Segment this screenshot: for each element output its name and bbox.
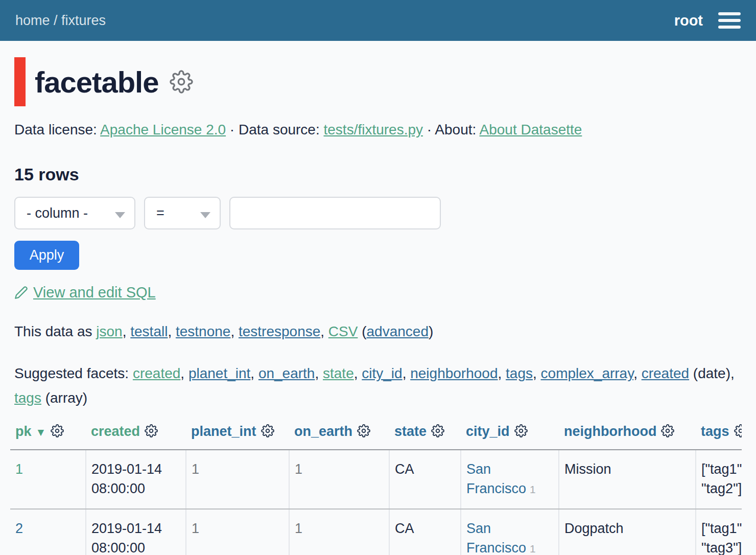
column-header-tags: tags	[696, 422, 742, 450]
facet-link-complex_array[interactable]: complex_array	[541, 365, 634, 381]
column-header-created: created	[86, 422, 186, 450]
facet-link-neighborhood[interactable]: neighborhood	[410, 365, 498, 381]
chevron-down-icon	[115, 212, 125, 218]
column-link-pk[interactable]: pk	[15, 424, 32, 439]
cell-on_earth: 1	[289, 509, 389, 555]
row-city-link[interactable]: San Francisco	[466, 521, 526, 555]
table-body: 12019-01-14 08:00:0011CASan Francisco1Mi…	[10, 450, 742, 555]
facet-link-city_id[interactable]: city_id	[362, 365, 402, 381]
column-header-on_earth: on_earth	[289, 422, 389, 450]
export-link-json[interactable]: json	[96, 323, 122, 339]
suggested-facets-line: Suggested facets: created, planet_int, o…	[14, 361, 742, 410]
on-earth-value: 1	[295, 521, 302, 536]
cell-planet_int: 1	[186, 509, 289, 555]
row-pk-link[interactable]: 1	[15, 461, 23, 477]
cell-city_id: San Francisco1	[461, 509, 559, 555]
column-link-on_earth[interactable]: on_earth	[294, 424, 352, 439]
column-gear-icon[interactable]	[357, 425, 370, 441]
about-label: About:	[435, 122, 476, 137]
cell-created: 2019-01-14 08:00:00	[86, 509, 186, 555]
column-header-planet_int: planet_int	[186, 422, 289, 450]
dot-separator: ·	[230, 122, 234, 137]
cell-tags: ["tag1", "tag3"]	[696, 509, 742, 555]
license-label: Data license:	[14, 122, 97, 137]
chevron-down-icon	[200, 212, 210, 218]
sort-descending-icon: ▼	[36, 426, 46, 438]
source-label: Data source:	[239, 122, 320, 137]
facet-link-created[interactable]: created	[642, 365, 689, 381]
user-menu-link[interactable]: root	[674, 12, 703, 29]
column-link-tags[interactable]: tags	[701, 424, 729, 439]
planet-int-value: 1	[192, 461, 199, 477]
pencil-icon	[14, 286, 28, 299]
export-link-testnone[interactable]: testnone	[176, 323, 230, 339]
column-gear-icon[interactable]	[661, 425, 674, 441]
column-gear-icon[interactable]	[145, 425, 158, 441]
filter-value-input[interactable]	[229, 197, 441, 229]
table-row: 12019-01-14 08:00:0011CASan Francisco1Mi…	[10, 450, 742, 509]
cell-neighborhood: Dogpatch	[559, 509, 696, 555]
export-link-advanced[interactable]: advanced	[367, 323, 429, 339]
column-link-city_id[interactable]: city_id	[466, 424, 510, 439]
breadcrumb-separator: /	[50, 13, 62, 28]
state-value: CA	[395, 461, 414, 477]
column-gear-icon[interactable]	[431, 425, 444, 441]
cell-on_earth: 1	[289, 450, 389, 509]
title-accent-bar	[14, 57, 26, 106]
column-gear-icon[interactable]	[51, 425, 64, 441]
cell-tags: ["tag1", "tag2"]	[696, 450, 742, 509]
breadcrumb: home / fixtures	[15, 13, 106, 29]
planet-int-value: 1	[192, 521, 199, 536]
column-gear-icon[interactable]	[514, 425, 528, 441]
row-city-link[interactable]: San Francisco	[466, 461, 526, 496]
data-table-wrapper: pk▼createdplanet_inton_earthstatecity_id…	[10, 422, 742, 555]
filter-column-value: - column -	[27, 205, 88, 221]
table-row: 22019-01-14 08:00:0011CASan Francisco1Do…	[10, 509, 742, 555]
facet-link-created[interactable]: created	[133, 365, 180, 381]
facet-link-on_earth[interactable]: on_earth	[258, 365, 315, 381]
cell-pk: 2	[10, 509, 86, 555]
breadcrumb-home-link[interactable]: home	[15, 13, 50, 28]
export-link-CSV[interactable]: CSV	[328, 323, 358, 339]
export-link-testresponse[interactable]: testresponse	[239, 323, 320, 339]
cell-state: CA	[389, 509, 461, 555]
neighborhood-value: Dogpatch	[564, 521, 624, 536]
filter-column-select[interactable]: - column -	[14, 197, 135, 229]
apply-button[interactable]: Apply	[14, 241, 79, 270]
breadcrumb-db-link[interactable]: fixtures	[61, 13, 106, 28]
view-edit-sql-link[interactable]: View and edit SQL	[33, 284, 156, 301]
cell-city_id: San Francisco1	[461, 450, 559, 509]
column-gear-icon[interactable]	[734, 425, 742, 441]
column-gear-icon[interactable]	[261, 425, 274, 441]
cell-created: 2019-01-14 08:00:00	[86, 450, 186, 509]
facets-prefix: Suggested facets:	[14, 365, 129, 381]
about-link[interactable]: About Datasette	[480, 122, 582, 137]
column-header-city_id: city_id	[461, 422, 559, 450]
column-link-created[interactable]: created	[91, 424, 140, 439]
facet-link-planet_int[interactable]: planet_int	[188, 365, 250, 381]
column-header-neighborhood: neighborhood	[559, 422, 696, 450]
column-header-state: state	[389, 422, 461, 450]
export-prefix: This data as	[14, 323, 92, 339]
state-value: CA	[395, 521, 414, 536]
column-link-planet_int[interactable]: planet_int	[191, 424, 256, 439]
facet-link-tags[interactable]: tags	[506, 365, 533, 381]
data-table: pk▼createdplanet_inton_earthstatecity_id…	[10, 422, 742, 555]
cell-pk: 1	[10, 450, 86, 509]
row-pk-link[interactable]: 2	[15, 521, 23, 536]
column-link-state[interactable]: state	[394, 424, 427, 439]
facet-link-tags[interactable]: tags	[14, 390, 41, 406]
export-link-testall[interactable]: testall	[130, 323, 168, 339]
license-link[interactable]: Apache License 2.0	[100, 122, 226, 137]
foreign-key-id: 1	[530, 483, 536, 495]
hamburger-menu-icon[interactable]	[718, 12, 741, 29]
table-settings-gear-icon[interactable]	[170, 70, 193, 94]
cell-state: CA	[389, 450, 461, 509]
facet-link-state[interactable]: state	[323, 365, 354, 381]
source-link[interactable]: tests/fixtures.py	[324, 122, 423, 137]
page-title: facetable	[35, 65, 158, 99]
filter-row: - column - =	[14, 197, 742, 229]
filter-operator-select[interactable]: =	[144, 197, 221, 229]
column-link-neighborhood[interactable]: neighborhood	[564, 424, 656, 439]
export-links: json, testall, testnone, testresponse, C…	[96, 323, 433, 339]
